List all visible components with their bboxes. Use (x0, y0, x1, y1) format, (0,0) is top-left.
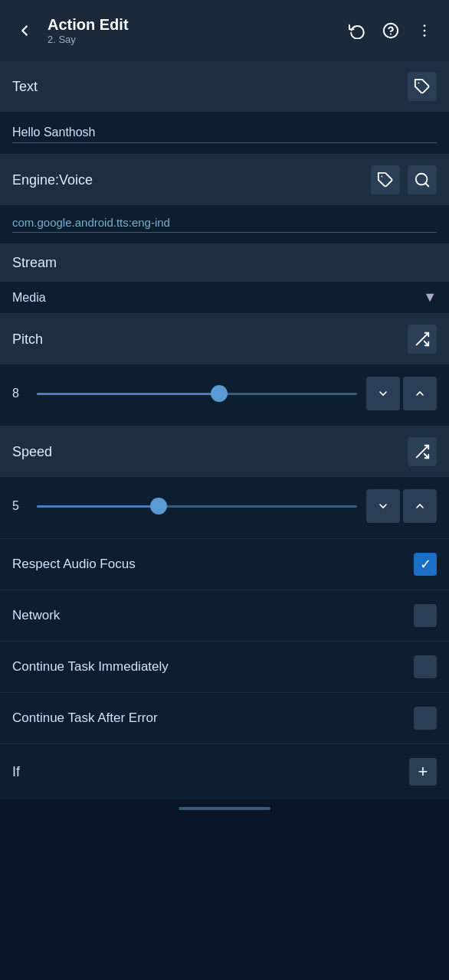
pitch-slider-fill (37, 393, 219, 395)
speed-decrement-button[interactable] (366, 489, 400, 523)
speed-slider-section: 5 (0, 477, 449, 539)
header-title-group: Action Edit 2. Say (48, 16, 334, 45)
speed-label: Speed (12, 444, 52, 460)
bottom-bar (179, 807, 270, 810)
pitch-slider-thumb[interactable] (211, 385, 228, 402)
header: Action Edit 2. Say (0, 0, 449, 61)
text-section-header: Text (0, 61, 449, 112)
pitch-slider-row: 8 (12, 377, 437, 410)
if-label: If (12, 764, 20, 780)
text-tag-button[interactable] (408, 72, 437, 101)
engine-voice-label: Engine:Voice (12, 172, 93, 188)
help-button[interactable] (375, 15, 406, 46)
continue-after-error-label: Continue Task After Error (12, 710, 158, 726)
continue-after-error-row[interactable]: Continue Task After Error (0, 693, 449, 744)
pitch-label: Pitch (12, 332, 43, 348)
engine-value-row: com.google.android.tts:eng-ind (0, 205, 449, 244)
pitch-section-header: Pitch (0, 314, 449, 364)
pitch-decrement-button[interactable] (366, 377, 400, 410)
speed-stepper-group (366, 489, 437, 523)
header-title: Action Edit (48, 16, 334, 34)
engine-search-button[interactable] (408, 165, 437, 194)
svg-point-4 (424, 34, 426, 37)
svg-point-3 (424, 30, 426, 32)
text-section-icons (403, 72, 437, 101)
more-button[interactable] (409, 15, 440, 46)
speed-section-icons (403, 437, 437, 466)
engine-voice-section-icons (366, 165, 437, 194)
network-row[interactable]: Network (0, 590, 449, 642)
continue-immediately-label: Continue Task Immediately (12, 659, 169, 675)
if-row: If + (0, 744, 449, 799)
pitch-slider-track (37, 393, 357, 395)
speed-slider-fill (37, 505, 159, 508)
pitch-shuffle-button[interactable] (408, 325, 437, 354)
engine-value: com.google.android.tts:eng-ind (12, 216, 437, 233)
pitch-increment-button[interactable] (403, 377, 437, 410)
speed-slider-track-container[interactable] (37, 497, 357, 515)
header-actions (342, 15, 440, 46)
if-add-button[interactable]: + (409, 758, 437, 786)
speed-slider-thumb[interactable] (150, 498, 167, 514)
if-add-icon: + (418, 762, 428, 782)
pitch-section-icons (403, 325, 437, 354)
speed-section-header: Speed (0, 426, 449, 477)
respect-audio-focus-checkmark: ✓ (420, 556, 431, 573)
text-input[interactable] (12, 122, 437, 143)
network-label: Network (12, 608, 60, 623)
speed-slider-track (37, 505, 357, 508)
stream-section-header: Stream (0, 244, 449, 282)
text-input-area (0, 112, 449, 155)
back-button[interactable] (9, 15, 40, 46)
stream-label: Stream (12, 255, 57, 271)
respect-audio-focus-row[interactable]: Respect Audio Focus ✓ (0, 539, 449, 590)
continue-immediately-row[interactable]: Continue Task Immediately (0, 642, 449, 693)
engine-voice-section-header: Engine:Voice (0, 155, 449, 205)
stream-dropdown-value: Media (12, 291, 46, 305)
engine-tag-button[interactable] (371, 165, 400, 194)
respect-audio-focus-checkbox[interactable]: ✓ (414, 553, 437, 576)
pitch-slider-value: 8 (12, 387, 28, 400)
pitch-stepper-group (366, 377, 437, 410)
bottom-indicator (0, 799, 449, 818)
continue-immediately-checkbox[interactable] (414, 655, 437, 678)
speed-shuffle-button[interactable] (408, 437, 437, 466)
pitch-slider-section: 8 (0, 364, 449, 426)
text-label: Text (12, 79, 38, 95)
svg-line-8 (425, 183, 428, 186)
pitch-slider-track-container[interactable] (37, 384, 357, 403)
speed-slider-row: 5 (12, 489, 437, 523)
stream-dropdown[interactable]: Media ▼ (0, 282, 449, 314)
reset-button[interactable] (342, 15, 372, 46)
speed-slider-value: 5 (12, 499, 28, 513)
stream-dropdown-arrow-icon: ▼ (423, 289, 437, 305)
network-checkbox[interactable] (414, 604, 437, 627)
continue-after-error-checkbox[interactable] (414, 707, 437, 730)
speed-increment-button[interactable] (403, 489, 437, 523)
header-subtitle: 2. Say (48, 34, 334, 45)
respect-audio-focus-label: Respect Audio Focus (12, 557, 136, 572)
svg-point-2 (424, 24, 426, 27)
